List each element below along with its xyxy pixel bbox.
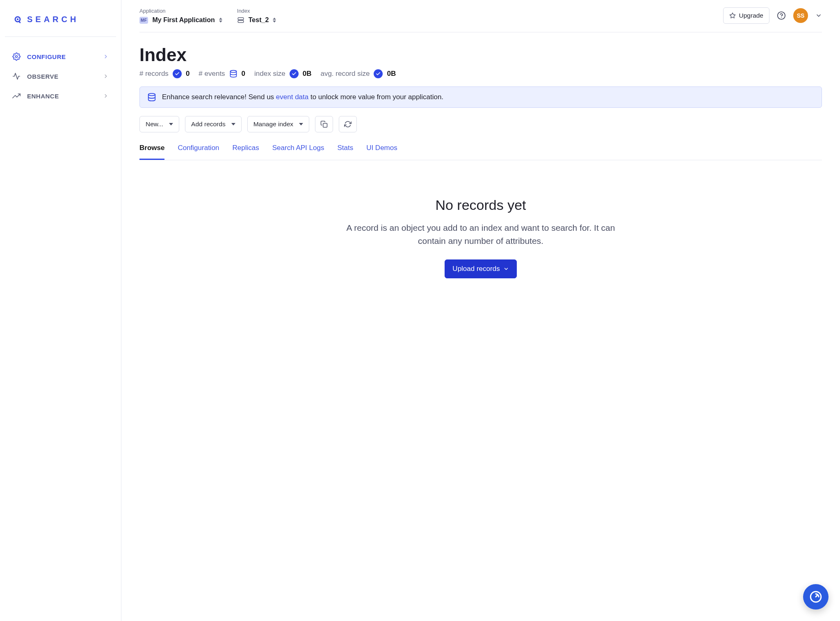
tab-browse[interactable]: Browse	[139, 140, 164, 160]
svg-rect-5	[238, 20, 244, 23]
page-title: Index	[139, 45, 822, 65]
stat-label: avg. record size	[320, 70, 370, 78]
refresh-button[interactable]	[339, 116, 357, 132]
chevron-down-icon	[503, 266, 509, 272]
divider	[5, 36, 116, 37]
main: Application MF My First Application Inde…	[121, 0, 840, 621]
chevron-down-icon	[231, 123, 235, 125]
refresh-icon	[344, 121, 352, 128]
empty-state: No records yet A record is an object you…	[337, 197, 624, 278]
tab-ui-demos[interactable]: UI Demos	[366, 140, 397, 160]
empty-description: A record is an object you add to an inde…	[337, 221, 624, 247]
upgrade-label: Upgrade	[739, 12, 763, 19]
gear-icon	[12, 52, 21, 61]
application-selector[interactable]: Application MF My First Application	[139, 8, 222, 24]
upload-records-label: Upload records	[452, 265, 500, 273]
stat-index-size: index size 0B	[254, 69, 311, 78]
sidebar-item-label: OBSERVE	[27, 73, 59, 80]
stat-label: # events	[199, 70, 225, 78]
tab-label: Browse	[139, 144, 164, 152]
tab-label: Search API Logs	[272, 144, 324, 152]
svg-point-3	[16, 56, 18, 58]
new-button[interactable]: New...	[139, 116, 179, 132]
stat-value: 0	[186, 70, 189, 78]
help-icon	[777, 11, 786, 20]
enhance-banner: Enhance search relevance! Send us event …	[139, 86, 822, 108]
topbar: Application MF My First Application Inde…	[139, 7, 822, 32]
svg-rect-4	[238, 18, 244, 20]
application-name: My First Application	[152, 16, 215, 24]
activity-icon	[12, 72, 21, 80]
updown-icon	[273, 18, 276, 23]
tab-label: Configuration	[178, 144, 219, 152]
svg-point-10	[148, 93, 155, 96]
add-records-button[interactable]: Add records	[185, 116, 242, 132]
chevron-right-icon	[103, 93, 109, 99]
sidebar-item-label: CONFIGURE	[27, 53, 66, 60]
tab-search-api-logs[interactable]: Search API Logs	[272, 140, 324, 160]
svg-line-13	[816, 595, 818, 597]
copy-button[interactable]	[315, 116, 333, 132]
brand-name: SEARCH	[27, 15, 79, 24]
stat-value: 0	[242, 70, 245, 78]
upgrade-button[interactable]: Upgrade	[723, 7, 769, 24]
stat-value: 0B	[303, 70, 312, 78]
application-chip: MF	[139, 17, 148, 24]
banner-text: Enhance search relevance! Send us event …	[162, 93, 443, 101]
stat-value: 0B	[387, 70, 396, 78]
help-button[interactable]	[777, 11, 786, 20]
avatar-initials: SS	[797, 12, 805, 19]
tab-label: UI Demos	[366, 144, 397, 152]
index-toolbar: New... Add records Manage index	[139, 116, 822, 132]
tab-stats[interactable]: Stats	[337, 140, 353, 160]
index-tabs: Browse Configuration Replicas Search API…	[139, 140, 822, 160]
star-icon	[729, 12, 736, 19]
avatar[interactable]: SS	[793, 8, 808, 23]
svg-point-1	[17, 18, 18, 20]
check-badge-icon	[374, 69, 383, 78]
banner-prefix: Enhance search relevance! Send us	[162, 93, 276, 101]
sidebar-item-observe[interactable]: OBSERVE	[0, 66, 121, 86]
application-selector-label: Application	[139, 8, 222, 14]
index-selector-label: Index	[237, 8, 276, 14]
empty-title: No records yet	[337, 197, 624, 213]
chevron-right-icon	[103, 54, 109, 59]
svg-rect-11	[323, 123, 327, 127]
copy-icon	[320, 121, 328, 128]
new-label: New...	[146, 121, 163, 128]
stat-events: # events 0	[199, 70, 245, 78]
layers-icon	[237, 16, 244, 24]
chevron-down-icon[interactable]	[815, 12, 822, 19]
index-selector[interactable]: Index Test_2	[237, 8, 276, 24]
support-fab[interactable]	[803, 584, 829, 610]
algolia-icon	[809, 590, 823, 604]
stats-row: # records 0 # events 0 index size 0B avg	[139, 69, 822, 78]
brand[interactable]: SEARCH	[0, 12, 121, 34]
sidebar-item-configure[interactable]: CONFIGURE	[0, 47, 121, 66]
stat-label: index size	[254, 70, 285, 78]
banner-link[interactable]: event data	[276, 93, 308, 101]
stat-records: # records 0	[139, 69, 189, 78]
upload-records-button[interactable]: Upload records	[445, 259, 516, 278]
banner-suffix: to unlock more value from your applicati…	[308, 93, 443, 101]
manage-index-button[interactable]: Manage index	[247, 116, 309, 132]
sidebar: SEARCH CONFIGURE OBSERVE ENHANCE	[0, 0, 121, 621]
tab-replicas[interactable]: Replicas	[233, 140, 259, 160]
sidebar-item-enhance[interactable]: ENHANCE	[0, 86, 121, 106]
tab-configuration[interactable]: Configuration	[178, 140, 219, 160]
svg-point-9	[230, 71, 236, 73]
check-badge-icon	[290, 69, 299, 78]
manage-index-label: Manage index	[253, 121, 293, 128]
chevron-down-icon	[299, 123, 303, 125]
tab-label: Replicas	[233, 144, 259, 152]
sidebar-item-label: ENHANCE	[27, 93, 59, 100]
topbar-actions: Upgrade SS	[723, 7, 822, 24]
chevron-down-icon	[169, 123, 173, 125]
chevron-right-icon	[103, 73, 109, 79]
database-icon	[147, 93, 156, 102]
updown-icon	[219, 18, 222, 23]
tab-label: Stats	[337, 144, 353, 152]
brand-logo-icon	[14, 16, 22, 24]
add-records-label: Add records	[191, 121, 226, 128]
stat-avg-size: avg. record size 0B	[320, 69, 396, 78]
